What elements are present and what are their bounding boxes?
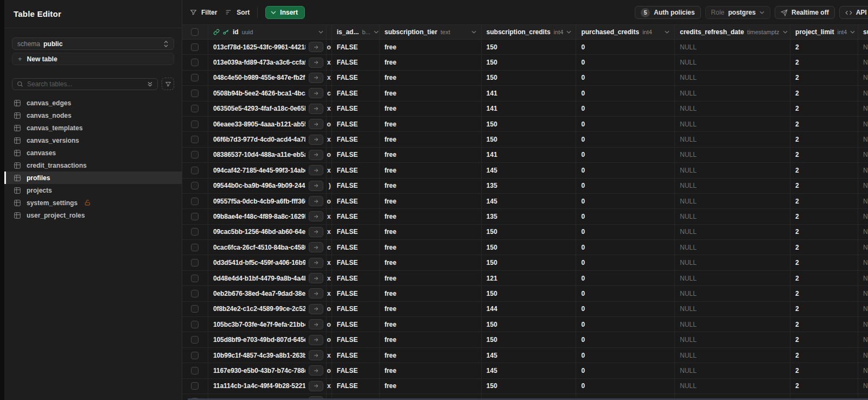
sidebar-table-item[interactable]: canvases <box>4 147 182 159</box>
expand-row-button[interactable] <box>309 119 323 129</box>
expand-row-button[interactable] <box>309 73 323 83</box>
chevron-down-icon[interactable] <box>374 30 379 34</box>
row-checkbox[interactable] <box>191 352 199 359</box>
row-checkbox[interactable] <box>191 198 199 205</box>
column-header-credits-refresh-date[interactable]: credits_refresh_date timestamptz <box>675 25 790 39</box>
expand-row-button[interactable] <box>309 211 323 221</box>
sidebar-table-item[interactable]: canvas_versions <box>4 134 182 147</box>
sidebar-table-item[interactable]: system_settings <box>4 196 182 209</box>
expand-row-button[interactable] <box>309 258 323 268</box>
table-row[interactable]: 09cac5bb-1256-46bd-ab60-64ed... x FALSE … <box>182 225 868 240</box>
row-checkbox[interactable] <box>191 105 199 112</box>
table-row[interactable]: 0508b94b-5ee2-4626-bca1-4bca... c FALSE … <box>182 86 868 101</box>
row-checkbox[interactable] <box>191 59 199 66</box>
expand-row-button[interactable] <box>309 335 323 345</box>
column-header-subscription-tier[interactable]: subscription_tier text <box>380 25 482 39</box>
table-row[interactable]: 06eaee33-8905-4aaa-b121-ab552... o FALSE… <box>182 117 868 132</box>
row-checkbox[interactable] <box>191 259 199 266</box>
table-row[interactable]: 0d48e4d4-b1bf-4479-9a8b-4a4b... x FALSE … <box>182 271 868 286</box>
expand-row-button[interactable] <box>309 104 323 114</box>
table-row[interactable]: 0f8b24e2-c1c2-4589-99ce-2c52d... o FALSE… <box>182 302 868 317</box>
sort-button[interactable]: Sort <box>225 9 250 16</box>
chevron-down-icon[interactable] <box>665 30 669 34</box>
row-checkbox[interactable] <box>191 43 199 51</box>
insert-button[interactable]: Insert <box>265 6 305 19</box>
expand-row-button[interactable] <box>309 88 323 98</box>
table-row[interactable]: 063505e5-4293-4faf-a18c-0e65b... x FALSE… <box>182 101 868 117</box>
api-docs-button[interactable]: API Do <box>839 6 868 19</box>
expand-row-button[interactable] <box>309 319 323 329</box>
table-row[interactable]: 0cac6fca-26cf-4510-84ba-c4580... c FALSE… <box>182 240 868 255</box>
row-checkbox[interactable] <box>191 213 199 220</box>
row-checkbox[interactable] <box>191 336 199 344</box>
select-all-checkbox[interactable] <box>191 28 199 36</box>
row-checkbox[interactable] <box>191 228 199 236</box>
role-select-button[interactable]: Role postgres <box>705 6 770 19</box>
table-row[interactable]: 0d3d541d-bf5c-459f-a406-16b93... x FALSE… <box>182 255 868 270</box>
column-header-id[interactable]: id uuid <box>208 25 327 39</box>
column-header-is-admin[interactable]: is_ad... b... <box>332 25 380 39</box>
filter-button[interactable]: Filter <box>190 9 217 16</box>
row-checkbox[interactable] <box>191 167 199 174</box>
expand-row-button[interactable] <box>309 227 323 237</box>
filter-tables-button[interactable] <box>162 78 174 90</box>
expand-row-button[interactable] <box>309 288 323 299</box>
auth-policies-button[interactable]: 5 Auth policies <box>635 6 700 19</box>
expand-row-button[interactable] <box>309 165 323 175</box>
expand-row-button[interactable] <box>309 350 323 360</box>
row-checkbox[interactable] <box>191 120 199 128</box>
search-box[interactable] <box>12 78 158 90</box>
sidebar-table-item[interactable]: profiles <box>4 172 182 184</box>
table-row[interactable]: 048c4e50-b989-455e-847e-fb2f... x FALSE … <box>182 71 868 86</box>
table-row[interactable]: 105bc3b7-03fe-4e7f-9efa-21bb40... o FALS… <box>182 317 868 332</box>
row-checkbox[interactable] <box>191 151 199 158</box>
table-row[interactable]: 09544b0c-ba9b-496a-9b09-244... ) FALSE f… <box>182 179 868 194</box>
expand-row-button[interactable] <box>309 181 323 191</box>
row-checkbox[interactable] <box>191 290 199 297</box>
schema-select[interactable]: schema public <box>12 37 174 50</box>
row-checkbox[interactable] <box>191 136 199 143</box>
chevrons-collapse-icon[interactable] <box>147 81 153 87</box>
chevron-down-icon[interactable] <box>318 30 323 34</box>
row-checkbox[interactable] <box>191 382 199 390</box>
expand-row-button[interactable] <box>309 273 323 283</box>
row-checkbox[interactable] <box>191 305 199 313</box>
expand-row-button[interactable] <box>309 58 323 68</box>
expand-row-button[interactable] <box>309 42 323 52</box>
row-checkbox[interactable] <box>191 367 199 374</box>
expand-row-button[interactable] <box>309 196 323 206</box>
expand-row-button[interactable] <box>309 150 323 160</box>
chevron-down-icon[interactable] <box>850 30 855 34</box>
chevron-down-icon[interactable] <box>783 30 788 34</box>
table-row[interactable]: 094caf42-7185-4e45-99f3-14abee... x FALS… <box>182 163 868 178</box>
row-checkbox[interactable] <box>191 321 199 328</box>
sidebar-table-item[interactable]: canvas_nodes <box>4 109 182 122</box>
table-row[interactable]: 105d8bf9-e703-49bd-807d-645e... o FALSE … <box>182 332 868 347</box>
realtime-toggle-button[interactable]: Realtime off <box>775 6 835 19</box>
search-tables-input[interactable] <box>27 80 143 88</box>
table-row[interactable]: 09b8ae4e-f48c-4f89-8a8c-1629b... x FALSE… <box>182 209 868 224</box>
expand-row-button[interactable] <box>309 304 323 314</box>
table-row[interactable]: 013cf78d-1625-43fc-9961-442189... o FALS… <box>182 40 868 55</box>
table-row[interactable]: 013e039a-fd89-473a-a3c6-ccfa9... x FALSE… <box>182 55 868 70</box>
chevron-down-icon[interactable] <box>471 30 476 34</box>
row-checkbox[interactable] <box>191 275 199 282</box>
new-table-button[interactable]: + New table <box>12 53 174 65</box>
sidebar-table-item[interactable]: canvas_edges <box>4 97 182 109</box>
sidebar-table-item[interactable]: user_project_roles <box>4 209 182 221</box>
table-row[interactable]: 06f6b7d3-977d-4cd0-acd4-4a78... x FALSE … <box>182 132 868 147</box>
row-checkbox[interactable] <box>191 182 199 189</box>
row-checkbox[interactable] <box>191 90 199 97</box>
sidebar-table-item[interactable]: credit_transactions <box>4 159 182 172</box>
expand-row-button[interactable] <box>309 242 323 252</box>
expand-row-button[interactable] <box>309 365 323 376</box>
chevron-down-icon[interactable] <box>566 30 571 34</box>
table-row[interactable]: 11a114cb-1a4c-49f4-9b28-52219ec... x FAL… <box>182 379 868 394</box>
column-header-clipped[interactable]: su <box>858 25 868 39</box>
expand-row-button[interactable] <box>309 135 323 145</box>
table-row[interactable]: 09557f5a-0dcb-4cb9-a6fb-fff366... o FALS… <box>182 194 868 209</box>
column-header-subscription-credits[interactable]: subscription_credits int4 <box>482 25 577 39</box>
table-row[interactable]: 0eb2b676-38ed-4ea7-9dad-38e6... x FALSE … <box>182 286 868 301</box>
row-checkbox[interactable] <box>191 244 199 251</box>
expand-row-button[interactable] <box>309 381 323 391</box>
